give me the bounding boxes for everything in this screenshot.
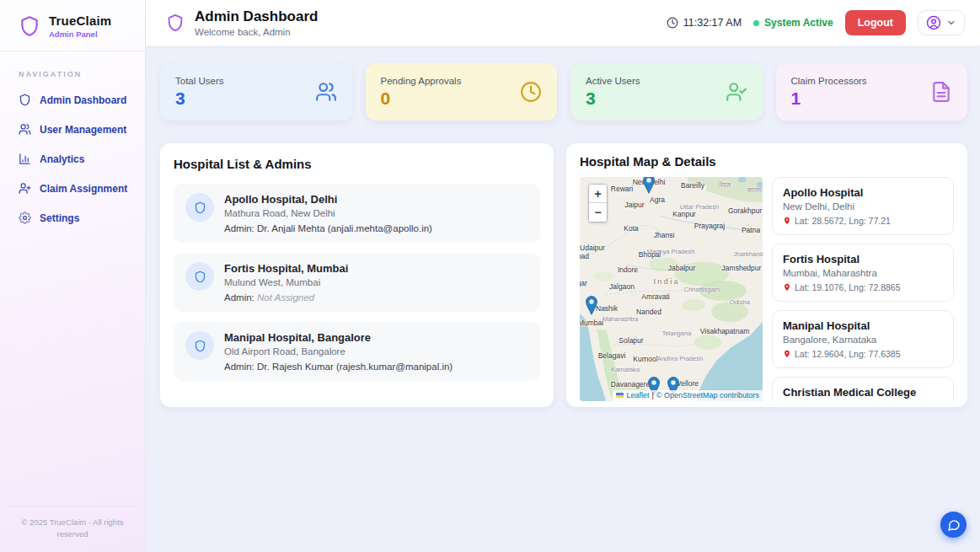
chevron-down-icon bbox=[946, 18, 956, 28]
hospital-name: Apollo Hospital, Delhi bbox=[224, 193, 432, 206]
hospital-address: Mulund West, Mumbai bbox=[224, 277, 348, 287]
users-icon bbox=[315, 81, 337, 103]
admin-label: Admin: bbox=[224, 362, 254, 372]
clock-icon bbox=[667, 17, 678, 29]
panels-row: Hospital List & Admins Apollo Hospital, … bbox=[160, 143, 967, 407]
admin-label: Admin: bbox=[224, 223, 254, 233]
shield-icon bbox=[194, 201, 206, 214]
sidebar-nav: Admin Dashboard User Management Analytic… bbox=[0, 87, 145, 506]
hospital-name: Fortis Hospital, Mumbai bbox=[224, 262, 348, 275]
user-check-icon bbox=[726, 81, 747, 103]
current-time: 11:32:17 AM bbox=[683, 17, 742, 29]
hospital-detail-card[interactable]: Christian Medical College Vellore, Tamil… bbox=[772, 377, 954, 401]
detail-coordinates: Lat: 12.9604, Lng: 77.6385 bbox=[783, 349, 943, 359]
hospital-detail-card[interactable]: Fortis Hospital Mumbai, Maharashtra Lat:… bbox=[772, 244, 954, 302]
map-pin-icon bbox=[783, 217, 791, 225]
stat-label: Pending Approvals bbox=[381, 76, 462, 86]
ukraine-flag-icon bbox=[616, 393, 624, 398]
stat-card-pending-approvals: Pending Approvals 0 bbox=[366, 63, 558, 121]
page-title: Admin Dashboard bbox=[195, 8, 318, 25]
stat-label: Active Users bbox=[586, 76, 640, 86]
sidebar-item-claim-assignment[interactable]: Claim Assignment bbox=[8, 175, 137, 201]
chat-fab-button[interactable] bbox=[940, 512, 967, 538]
brand-subtitle: Admin Panel bbox=[49, 29, 111, 39]
stat-card-active-users: Active Users 3 bbox=[570, 63, 763, 121]
sidebar-item-user-management[interactable]: User Management bbox=[8, 116, 137, 142]
map-marker-icon[interactable] bbox=[586, 296, 597, 315]
nav-section-label: NAVIGATION bbox=[0, 51, 145, 87]
hospital-admin: Admin: Not Assigned bbox=[224, 292, 348, 303]
map-zoom-control: + − bbox=[588, 184, 608, 222]
hospital-detail-card[interactable]: Manipal Hospital Bangalore, Karnataka La… bbox=[772, 310, 954, 368]
zoom-out-button[interactable]: − bbox=[589, 203, 607, 222]
hospital-avatar bbox=[185, 331, 214, 360]
user-circle-icon bbox=[926, 15, 941, 30]
gear-icon bbox=[19, 212, 31, 224]
map-panel: Hospital Map & Details bbox=[566, 143, 967, 407]
sidebar-item-label: Claim Assignment bbox=[40, 183, 127, 195]
osm-link[interactable]: © OpenStreetMap contributors bbox=[656, 391, 759, 399]
brand-name: TrueClaim bbox=[49, 13, 111, 28]
app-window: TrueClaim Admin Panel NAVIGATION Admin D… bbox=[0, 0, 980, 552]
avatar-menu-button[interactable] bbox=[918, 10, 965, 35]
hospital-list-item[interactable]: Apollo Hospital, Delhi Mathura Road, New… bbox=[174, 184, 540, 243]
coords-text: Lat: 28.5672, Lng: 77.21 bbox=[795, 216, 891, 226]
hospital-list-title: Hospital List & Admins bbox=[174, 157, 540, 171]
map-marker-icon[interactable] bbox=[643, 177, 655, 194]
chat-bubble-icon bbox=[947, 518, 961, 532]
header-shield-icon bbox=[166, 13, 185, 32]
hospital-avatar bbox=[185, 193, 214, 222]
detail-hospital-name: Manipal Hospital bbox=[783, 319, 943, 332]
stat-value: 0 bbox=[381, 88, 462, 109]
hospital-detail-card[interactable]: Apollo Hospital New Delhi, Delhi Lat: 28… bbox=[772, 177, 954, 235]
detail-location: Bangalore, Karnataka bbox=[783, 335, 943, 345]
clock-icon bbox=[520, 81, 542, 103]
system-status: System Active bbox=[753, 17, 833, 29]
hospital-details-list: Apollo Hospital New Delhi, Delhi Lat: 28… bbox=[772, 177, 954, 401]
header-actions: 11:32:17 AM System Active Logout bbox=[667, 10, 965, 35]
sidebar-item-label: Settings bbox=[40, 212, 79, 224]
brand-shield-icon bbox=[19, 15, 40, 37]
clock-display: 11:32:17 AM bbox=[667, 17, 742, 29]
stats-row: Total Users 3 Pending Approvals 0 Active… bbox=[160, 63, 967, 121]
hospital-list-item[interactable]: Fortis Hospital, Mumbai Mulund West, Mum… bbox=[174, 253, 540, 312]
sidebar-item-label: User Management bbox=[40, 124, 126, 136]
header-title-group: Admin Dashboard Welcome back, Admin bbox=[166, 8, 318, 37]
map-row: New Delhi Rewari Bareilly नेपाल काठमाडौं… bbox=[580, 177, 954, 401]
stat-label: Claim Processors bbox=[791, 76, 867, 86]
stat-card-total-users: Total Users 3 bbox=[160, 63, 352, 121]
leaflet-map[interactable]: New Delhi Rewari Bareilly नेपाल काठमाडौं… bbox=[580, 177, 763, 401]
detail-location: New Delhi, Delhi bbox=[783, 201, 943, 212]
detail-hospital-name: Apollo Hospital bbox=[783, 186, 943, 199]
hospital-avatar bbox=[185, 262, 214, 291]
shield-icon bbox=[19, 94, 31, 106]
detail-coordinates: Lat: 19.1076, Lng: 72.8865 bbox=[783, 282, 943, 292]
status-dot bbox=[753, 20, 759, 26]
zoom-in-button[interactable]: + bbox=[589, 185, 607, 203]
stat-value: 3 bbox=[586, 88, 640, 109]
detail-hospital-name: Christian Medical College bbox=[783, 386, 943, 399]
attribution-divider: | bbox=[651, 391, 653, 399]
hospital-address: Mathura Road, New Delhi bbox=[224, 208, 432, 218]
admin-value: Not Assigned bbox=[257, 292, 314, 303]
admin-value: Dr. Anjali Mehta (anjali.mehta@apollo.in… bbox=[257, 223, 432, 233]
sidebar-item-admin-dashboard[interactable]: Admin Dashboard bbox=[8, 87, 137, 113]
detail-coordinates: Lat: 28.5672, Lng: 77.21 bbox=[783, 216, 943, 226]
logout-button[interactable]: Logout bbox=[845, 10, 906, 35]
coords-text: Lat: 19.1076, Lng: 72.8865 bbox=[795, 282, 901, 292]
hospital-admin: Admin: Dr. Anjali Mehta (anjali.mehta@ap… bbox=[224, 223, 432, 233]
detail-location: Mumbai, Maharashtra bbox=[783, 268, 943, 278]
map-pin-icon bbox=[783, 283, 791, 292]
map-attribution: Leaflet | © OpenStreetMap contributors bbox=[613, 390, 763, 401]
leaflet-link[interactable]: Leaflet bbox=[626, 391, 649, 399]
sidebar-item-settings[interactable]: Settings bbox=[8, 205, 137, 231]
user-plus-icon bbox=[19, 182, 31, 195]
stat-value: 1 bbox=[791, 88, 867, 109]
stat-label: Total Users bbox=[175, 76, 224, 86]
shield-icon bbox=[194, 271, 206, 283]
hospital-address: Old Airport Road, Bangalore bbox=[224, 346, 453, 356]
sidebar-item-analytics[interactable]: Analytics bbox=[8, 146, 137, 172]
hospital-list-panel: Hospital List & Admins Apollo Hospital, … bbox=[160, 143, 554, 407]
content-area: Total Users 3 Pending Approvals 0 Active… bbox=[146, 46, 980, 552]
hospital-list-item[interactable]: Manipal Hospital, Bangalore Old Airport … bbox=[174, 322, 540, 381]
